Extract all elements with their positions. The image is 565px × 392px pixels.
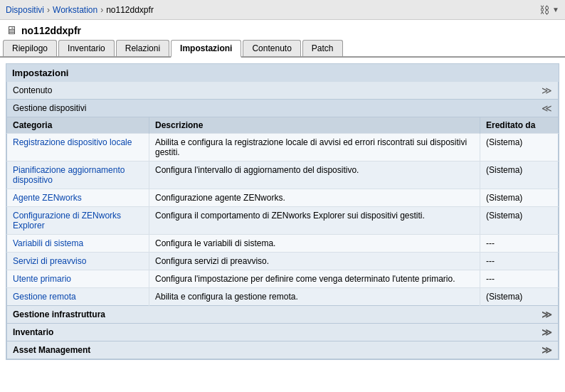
table-row: Agente ZENworks Configurazione agente ZE…: [7, 189, 559, 207]
impostazioni-title: Impostazioni: [6, 64, 559, 82]
inventario-section-row[interactable]: Inventario ≫: [6, 324, 559, 341]
breadcrumb: Dispositivi › Workstation › no112ddxpfr: [6, 5, 154, 15]
col-header-ereditato: Ereditato da: [480, 117, 559, 134]
contenuto-label: Contenuto: [13, 85, 52, 95]
row-ereditato-1: (Sistema): [480, 161, 559, 189]
link-gestione-remota[interactable]: Gestione remota: [13, 292, 76, 302]
tab-riepilogo[interactable]: Riepilogo: [3, 40, 57, 56]
row-ereditato-5: ---: [480, 253, 559, 270]
gestione-disp-section-row[interactable]: Gestione dispositivi ≪: [6, 100, 559, 117]
row-categoria-1: Pianificazione aggiornamento dispositivo: [7, 161, 149, 189]
table-row: Configurazione di ZENworks Explorer Conf…: [7, 207, 559, 235]
row-ereditato-2: (Sistema): [480, 189, 559, 207]
table-row: Pianificazione aggiornamento dispositivo…: [7, 161, 559, 189]
breadcrumb-dispositivi[interactable]: Dispositivi: [6, 5, 44, 15]
row-categoria-3: Configurazione di ZENworks Explorer: [7, 207, 149, 235]
row-ereditato-3: (Sistema): [480, 207, 559, 235]
link-configurazione-explorer[interactable]: Configurazione di ZENworks Explorer: [13, 211, 121, 231]
settings-table: Categoria Descrizione Ereditato da Regis…: [6, 117, 559, 306]
table-row: Utente primario Configura l'impostazione…: [7, 270, 559, 288]
tab-impostazioni[interactable]: Impostazioni: [171, 40, 241, 58]
row-desc-5: Configura servizi di preavviso.: [149, 253, 480, 270]
row-ereditato-0: (Sistema): [480, 134, 559, 161]
row-categoria-5: Servizi di preavviso: [7, 253, 149, 270]
device-title: no112ddxpfr: [21, 25, 81, 36]
row-desc-2: Configurazione agente ZENworks.: [149, 189, 480, 207]
asset-mgmt-label: Asset Management: [13, 345, 90, 355]
link-utente-primario[interactable]: Utente primario: [13, 274, 71, 284]
link-agente[interactable]: Agente ZENworks: [13, 193, 82, 203]
asset-mgmt-section-row[interactable]: Asset Management ≫: [6, 341, 559, 359]
gestione-infra-section-row[interactable]: Gestione infrastruttura ≫: [6, 306, 559, 324]
row-ereditato-7: (Sistema): [480, 288, 559, 306]
table-row: Variabili di sistema Configura le variab…: [7, 235, 559, 253]
chain-icon[interactable]: ⛓: [539, 4, 549, 16]
table-row: Registrazione dispositivo locale Abilita…: [7, 134, 559, 161]
tab-contenuto[interactable]: Contenuto: [243, 40, 300, 56]
row-ereditato-6: ---: [480, 270, 559, 288]
table-header-row: Categoria Descrizione Ereditato da: [7, 117, 559, 134]
row-desc-7: Abilita e configura la gestione remota.: [149, 288, 480, 306]
row-categoria-6: Utente primario: [7, 270, 149, 288]
col-header-descrizione: Descrizione: [149, 117, 480, 134]
breadcrumb-workstation[interactable]: Workstation: [53, 5, 97, 15]
col-header-categoria: Categoria: [7, 117, 149, 134]
gestione-infra-collapse-icon: ≫: [542, 309, 552, 320]
link-servizi[interactable]: Servizi di preavviso: [13, 256, 86, 266]
tab-inventario[interactable]: Inventario: [58, 40, 115, 56]
link-registrazione[interactable]: Registrazione dispositivo locale: [13, 137, 132, 147]
breadcrumb-sep1: ›: [47, 5, 50, 15]
table-row: Gestione remota Abilita e configura la g…: [7, 288, 559, 306]
link-variabili[interactable]: Variabili di sistema: [13, 238, 83, 248]
table-row: Servizi di preavviso Configura servizi d…: [7, 253, 559, 270]
gestione-disp-collapse-icon: ≪: [542, 102, 552, 114]
row-desc-1: Configura l'intervallo di aggiornamento …: [149, 161, 480, 189]
row-categoria-7: Gestione remota: [7, 288, 149, 306]
device-icon: 🖥: [6, 24, 17, 37]
main-content: Impostazioni Contenuto ≫ Gestione dispos…: [0, 58, 565, 366]
impostazioni-outer: Impostazioni Contenuto ≫ Gestione dispos…: [6, 63, 559, 360]
tab-patch[interactable]: Patch: [302, 40, 343, 56]
asset-mgmt-collapse-icon: ≫: [542, 344, 552, 356]
row-categoria-4: Variabili di sistema: [7, 235, 149, 253]
device-title-bar: 🖥 no112ddxpfr: [0, 20, 565, 40]
link-pianificazione[interactable]: Pianificazione aggiornamento dispositivo: [13, 165, 125, 185]
tab-relazioni[interactable]: Relazioni: [116, 40, 169, 56]
breadcrumb-sep2: ›: [100, 5, 103, 15]
row-categoria-0: Registrazione dispositivo locale: [7, 134, 149, 161]
gestione-disp-label: Gestione dispositivi: [13, 103, 86, 113]
tabs-bar: Riepilogo Inventario Relazioni Impostazi…: [0, 40, 565, 58]
breadcrumb-current: no112ddxpfr: [106, 5, 154, 15]
row-desc-6: Configura l'impostazione per definire co…: [149, 270, 480, 288]
dropdown-arrow-icon[interactable]: ▼: [552, 6, 559, 14]
row-categoria-2: Agente ZENworks: [7, 189, 149, 207]
contenuto-collapse-icon: ≫: [542, 85, 552, 96]
breadcrumb-bar: Dispositivi › Workstation › no112ddxpfr …: [0, 0, 565, 20]
row-desc-3: Configura il comportamento di ZENworks E…: [149, 207, 480, 235]
row-desc-4: Configura le variabili di sistema.: [149, 235, 480, 253]
inventario-label: Inventario: [13, 327, 53, 337]
contenuto-section-row[interactable]: Contenuto ≫: [6, 82, 559, 100]
inventario-collapse-icon: ≫: [542, 327, 552, 338]
row-desc-0: Abilita e configura la registrazione loc…: [149, 134, 480, 161]
gestione-infra-label: Gestione infrastruttura: [13, 309, 105, 319]
top-icons: ⛓ ▼: [539, 4, 559, 16]
row-ereditato-4: ---: [480, 235, 559, 253]
